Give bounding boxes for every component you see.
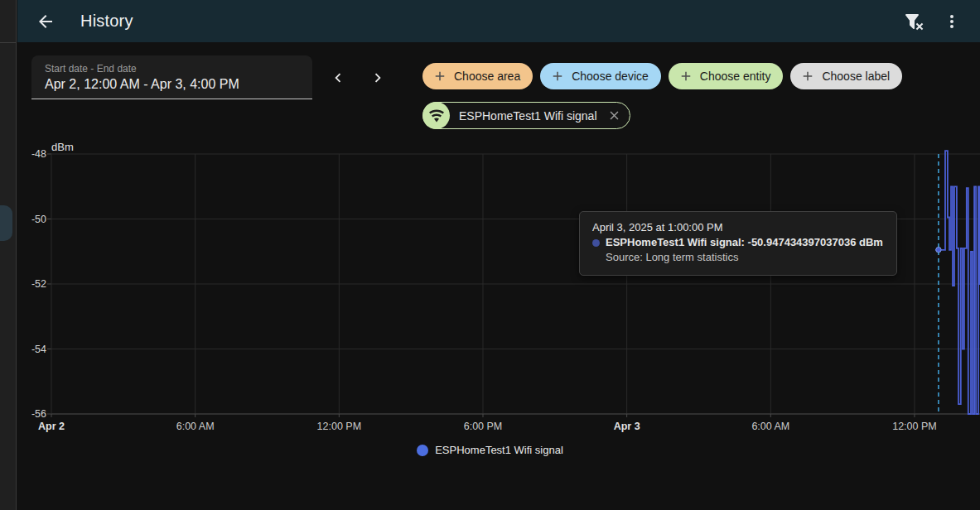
choose-entity-chip[interactable]: Choose entity [669, 63, 784, 89]
wifi-icon [428, 108, 445, 124]
history-toolbar: Start date - End date Apr 2, 12:00 AM - … [17, 42, 980, 129]
series-color-dot [592, 239, 600, 247]
chip-label: Choose entity [700, 70, 771, 83]
x-tick-label: 12:00 PM [317, 421, 362, 432]
sidebar-edge[interactable] [0, 0, 17, 510]
chart-legend-item[interactable]: ESPHomeTest1 Wifi signal [0, 444, 980, 456]
y-axis-unit-label: dBm [51, 141, 74, 153]
legend-label: ESPHomeTest1 Wifi signal [435, 444, 563, 456]
x-tick-label: Apr 3 [614, 421, 640, 432]
choose-area-chip[interactable]: Choose area [422, 63, 533, 89]
legend-color-dot [417, 445, 428, 456]
tooltip-timestamp: April 3, 2025 at 1:00:00 PM [592, 220, 883, 235]
history-chart: -48-50-52-54-56Apr 26:00 AM12:00 PM6:00 … [0, 141, 980, 472]
date-range-field[interactable]: Start date - End date Apr 2, 12:00 AM - … [31, 55, 312, 99]
chevron-right-icon [369, 69, 387, 87]
y-tick-label: -52 [31, 278, 46, 290]
plus-icon [550, 69, 565, 84]
choose-label-chip[interactable]: Choose label [790, 63, 902, 89]
remove-entity-filter-button[interactable] [607, 108, 621, 123]
entity-chip-label: ESPHomeTest1 Wifi signal [459, 109, 597, 123]
previous-period-button[interactable] [318, 58, 358, 98]
entity-avatar [422, 102, 450, 129]
tooltip-series-value: ESPHomeTest1 Wifi signal: -50.9474343970… [606, 235, 883, 250]
x-tick-label: Apr 2 [38, 421, 65, 432]
choose-chips-row: Choose area Choose device Choose entity … [422, 63, 902, 89]
active-entity-chip[interactable]: ESPHomeTest1 Wifi signal [422, 102, 630, 129]
tooltip-source: Source: Long term statistics [592, 250, 883, 265]
filter-remove-icon [904, 12, 924, 31]
x-tick-label: 6:00 PM [464, 421, 503, 432]
y-tick-label: -48 [31, 148, 46, 160]
hover-point-dot [936, 247, 941, 252]
page-title: History [80, 12, 133, 31]
chevron-left-icon [329, 69, 347, 87]
choose-device-chip[interactable]: Choose device [540, 63, 661, 89]
tooltip-series-entry: ESPHomeTest1 Wifi signal: -50.9474343970… [592, 235, 883, 250]
y-tick-label: -54 [31, 344, 46, 355]
app-window: History Start date - End date Apr 2, 12:… [0, 0, 980, 510]
x-tick-label: 6:00 AM [751, 421, 789, 432]
date-range-value: Apr 2, 12:00 AM - Apr 3, 4:00 PM [45, 75, 299, 94]
plus-icon [432, 69, 447, 84]
arrow-left-icon [36, 12, 56, 31]
filter-chips-area: Choose area Choose device Choose entity … [422, 55, 902, 129]
chip-label: Choose area [454, 70, 520, 83]
series-line [935, 151, 980, 414]
y-tick-label: -50 [31, 214, 46, 225]
active-filters-row: ESPHomeTest1 Wifi signal [422, 102, 902, 129]
close-icon [607, 108, 621, 123]
next-period-button[interactable] [358, 58, 398, 98]
sidebar-active-item-pill[interactable] [0, 205, 12, 241]
app-header: History [17, 0, 980, 42]
overflow-menu-button[interactable] [935, 5, 968, 38]
dots-vertical-icon [942, 12, 962, 31]
y-tick-label: -56 [31, 408, 46, 420]
signal-chart-plot[interactable]: -48-50-52-54-56Apr 26:00 AM12:00 PM6:00 … [0, 141, 980, 435]
date-nav [318, 58, 398, 98]
plus-icon [800, 69, 815, 84]
chip-label: Choose label [822, 70, 890, 83]
back-button[interactable] [29, 5, 62, 38]
chart-tooltip: April 3, 2025 at 1:00:00 PM ESPHomeTest1… [579, 211, 897, 276]
x-tick-label: 6:00 AM [176, 421, 215, 432]
date-range-label: Start date - End date [45, 63, 299, 75]
remove-filters-button[interactable] [897, 5, 930, 38]
chip-label: Choose device [572, 70, 649, 83]
x-tick-label: 12:00 PM [892, 421, 937, 432]
sidebar-header-divider [0, 42, 16, 43]
plus-icon [678, 69, 693, 84]
